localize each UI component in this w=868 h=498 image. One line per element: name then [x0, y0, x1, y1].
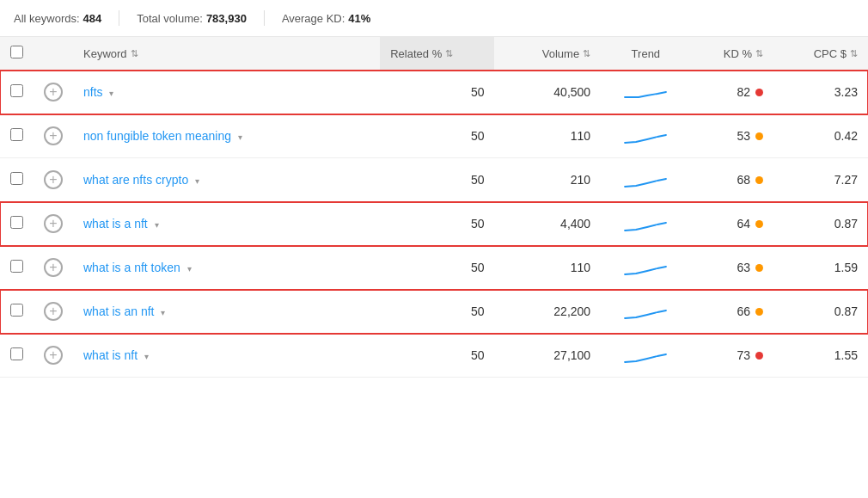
keyword-link[interactable]: what is a nft token [83, 261, 180, 274]
row-keyword-cell: what is an nft ▾ [73, 290, 380, 334]
row-add-cell: + [34, 246, 73, 290]
table-row: + non fungible token meaning ▾ 50 110 53… [0, 114, 868, 158]
row-keyword-cell: what is a nft token ▾ [73, 246, 380, 290]
total-volume-value: 783,930 [206, 12, 247, 25]
trend-sparkline [623, 82, 668, 102]
header-kd[interactable]: KD % ⇅ [691, 37, 774, 71]
row-checkbox[interactable] [10, 260, 23, 273]
volume-sort-icon: ⇅ [583, 48, 590, 59]
keyword-dropdown-arrow[interactable]: ▾ [238, 132, 242, 142]
header-trend[interactable]: Trend [601, 37, 690, 71]
trend-sparkline [623, 126, 668, 146]
row-volume-cell: 110 [494, 246, 601, 290]
row-trend-cell [601, 158, 690, 202]
row-related-cell: 50 [380, 158, 494, 202]
row-checkbox[interactable] [10, 304, 23, 317]
keyword-link[interactable]: nfts [83, 85, 103, 99]
kd-dot [755, 176, 763, 184]
keyword-sort-icon: ⇅ [131, 48, 138, 59]
table-row: + what are nfts crypto ▾ 50 210 68 7.27 [0, 158, 868, 202]
add-keyword-button[interactable]: + [44, 170, 63, 189]
keyword-dropdown-arrow[interactable]: ▾ [155, 220, 159, 230]
row-trend-cell [601, 246, 690, 290]
kd-dot [755, 220, 763, 228]
row-trend-cell [601, 71, 690, 114]
keyword-link[interactable]: what is nft [83, 348, 138, 362]
select-all-checkbox[interactable] [10, 46, 23, 58]
keyword-dropdown-arrow[interactable]: ▾ [109, 89, 113, 98]
table-row: + nfts ▾ 50 40,500 82 3.23 [0, 71, 868, 114]
row-volume-cell: 110 [494, 114, 601, 158]
trend-sparkline [623, 169, 668, 190]
stats-bar: All keywords: 484 Total volume: 783,930 … [0, 0, 868, 37]
keyword-dropdown-arrow[interactable]: ▾ [144, 352, 149, 361]
row-cpc-cell: 0.87 [773, 202, 868, 246]
header-keyword[interactable]: Keyword ⇅ [73, 37, 380, 71]
row-cpc-cell: 1.59 [773, 246, 868, 290]
kd-value: 64 [737, 217, 750, 231]
row-checkbox-cell [0, 334, 34, 378]
kd-value: 66 [737, 304, 750, 318]
row-kd-cell: 63 [691, 246, 774, 290]
row-keyword-cell: what are nfts crypto ▾ [73, 158, 380, 202]
header-related[interactable]: Related % ⇅ [380, 37, 494, 71]
keyword-dropdown-arrow[interactable]: ▾ [161, 308, 165, 317]
row-related-cell: 50 [380, 246, 494, 290]
header-cpc[interactable]: CPC $ ⇅ [773, 37, 868, 71]
add-keyword-button[interactable]: + [44, 302, 63, 321]
row-keyword-cell: non fungible token meaning ▾ [73, 114, 380, 158]
row-add-cell: + [34, 158, 73, 202]
add-keyword-button[interactable]: + [44, 214, 63, 233]
header-add-cell [34, 37, 73, 71]
row-related-cell: 50 [380, 334, 494, 378]
kd-value: 73 [737, 348, 750, 362]
row-cpc-cell: 3.23 [773, 71, 868, 114]
table-row: + what is a nft ▾ 50 4,400 64 0.87 [0, 202, 868, 246]
add-keyword-button[interactable]: + [44, 126, 63, 145]
row-checkbox[interactable] [10, 128, 23, 141]
row-checkbox[interactable] [10, 347, 23, 360]
row-volume-cell: 27,100 [494, 334, 601, 378]
header-volume[interactable]: Volume ⇅ [494, 37, 601, 71]
add-keyword-button[interactable]: + [44, 346, 63, 365]
keyword-link[interactable]: what are nfts crypto [83, 173, 188, 187]
keyword-link[interactable]: non fungible token meaning [83, 129, 231, 143]
keyword-dropdown-arrow[interactable]: ▾ [195, 176, 199, 186]
row-volume-cell: 4,400 [494, 202, 601, 246]
row-add-cell: + [34, 334, 73, 378]
kd-value: 63 [737, 261, 750, 274]
kd-dot [755, 308, 763, 316]
keyword-table-wrapper: Keyword ⇅ Related % ⇅ Volume ⇅ [0, 37, 868, 378]
kd-dot [755, 264, 763, 272]
row-kd-cell: 73 [691, 334, 774, 378]
keyword-link[interactable]: what is an nft [83, 304, 155, 318]
row-trend-cell [601, 290, 690, 334]
keyword-link[interactable]: what is a nft [83, 217, 148, 231]
add-keyword-button[interactable]: + [44, 83, 63, 101]
row-cpc-cell: 1.55 [773, 334, 868, 378]
row-checkbox[interactable] [10, 84, 23, 97]
table-header-row: Keyword ⇅ Related % ⇅ Volume ⇅ [0, 37, 868, 71]
keyword-table: Keyword ⇅ Related % ⇅ Volume ⇅ [0, 37, 868, 378]
trend-sparkline [623, 301, 668, 322]
row-volume-cell: 40,500 [494, 71, 601, 114]
row-cpc-cell: 7.27 [773, 158, 868, 202]
row-kd-cell: 53 [691, 114, 774, 158]
kd-value: 82 [737, 85, 750, 99]
keyword-dropdown-arrow[interactable]: ▾ [187, 264, 192, 274]
row-checkbox[interactable] [10, 216, 23, 229]
row-checkbox-cell [0, 71, 34, 114]
row-kd-cell: 66 [691, 290, 774, 334]
related-sort-icon: ⇅ [445, 48, 453, 59]
avg-kd-value: 41% [348, 12, 370, 25]
row-add-cell: + [34, 71, 73, 114]
add-keyword-button[interactable]: + [44, 258, 63, 277]
all-keywords-label: All keywords: [14, 12, 80, 25]
table-row: + what is nft ▾ 50 27,100 73 1.55 [0, 334, 868, 378]
avg-kd-label: Average KD: [282, 12, 345, 25]
total-volume-label: Total volume: [137, 12, 203, 25]
all-keywords-value: 484 [83, 12, 102, 25]
row-checkbox-cell [0, 246, 34, 290]
cpc-sort-icon: ⇅ [850, 48, 858, 59]
row-checkbox[interactable] [10, 172, 23, 185]
